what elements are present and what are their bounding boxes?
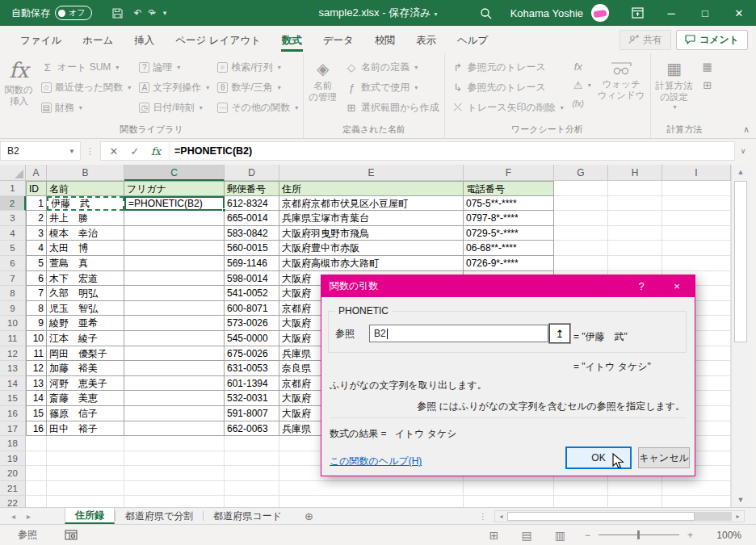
scroll-right-icon[interactable]: ▸ <box>732 511 744 522</box>
horizontal-scrollbar-thumb[interactable] <box>507 512 695 521</box>
share-button[interactable]: 共有 <box>620 30 671 50</box>
cell-D1[interactable]: 郵便番号 <box>225 181 279 196</box>
cell-C13[interactable] <box>124 361 225 376</box>
user-name[interactable]: Kohama Yoshie <box>510 7 583 19</box>
row-header-9[interactable]: 9 <box>0 301 26 317</box>
cell-A2[interactable]: 1 <box>26 196 47 212</box>
chevron-down-icon[interactable]: ▼ <box>69 148 80 155</box>
cell-A1[interactable]: ID <box>26 181 47 196</box>
cell-B21[interactable] <box>47 481 124 497</box>
cell-A22[interactable] <box>26 496 47 507</box>
undo-button[interactable]: ↶▾ <box>133 7 138 19</box>
cell-D7[interactable]: 598-0014 <box>225 271 279 287</box>
cell-F6[interactable]: 0726-9*-**** <box>464 256 554 271</box>
cell-C21[interactable] <box>124 481 225 497</box>
column-header-C[interactable]: C <box>124 165 225 181</box>
column-header-D[interactable]: D <box>225 165 279 181</box>
avatar[interactable] <box>591 4 609 22</box>
cell-G3[interactable] <box>554 211 608 226</box>
row-header-16[interactable]: 16 <box>0 406 26 421</box>
cell-B1[interactable]: 名前 <box>47 181 124 196</box>
cell-G22[interactable] <box>554 496 608 507</box>
cell-D13[interactable]: 631-0053 <box>225 361 279 376</box>
cell-C11[interactable] <box>124 331 225 346</box>
trace-precedents-button[interactable]: ↱参照元のトレース <box>452 57 564 77</box>
row-header-5[interactable]: 5 <box>0 241 26 256</box>
cell-B14[interactable]: 河野 恵美子 <box>47 376 124 392</box>
cell-B4[interactable]: 榎本 幸治 <box>47 226 124 241</box>
cell-C2[interactable]: =PHONETIC(B2) <box>124 196 225 212</box>
autosave-toggle[interactable]: 自動保存 オフ <box>11 6 92 20</box>
dialog-close-button[interactable]: × <box>659 280 695 292</box>
horizontal-scrollbar-track[interactable] <box>695 512 732 521</box>
row-header-17[interactable]: 17 <box>0 421 26 437</box>
autosum-button[interactable]: Σオート SUM▾ <box>41 57 132 77</box>
ribbon-tab-表示[interactable]: 表示 <box>405 27 447 53</box>
row-header-15[interactable]: 15 <box>0 391 26 406</box>
function-help-link[interactable]: この関数のヘルプ(H) <box>330 455 422 468</box>
new-sheet-icon[interactable]: ⊕ <box>292 508 326 524</box>
recent-functions-button[interactable]: ☆最近使った関数▾ <box>41 78 132 97</box>
cell-G2[interactable] <box>554 196 608 212</box>
cell-B9[interactable]: 児玉 智弘 <box>47 301 124 317</box>
scroll-up-icon[interactable]: ▲ <box>732 165 750 179</box>
cell-C15[interactable] <box>124 391 225 406</box>
cell-A9[interactable]: 8 <box>26 301 47 317</box>
cell-C17[interactable] <box>124 421 225 437</box>
create-from-selection-button[interactable]: ⊞選択範囲から作成 <box>345 98 439 117</box>
cell-B2[interactable]: 伊藤 武 <box>47 196 124 212</box>
lookup-reference-button[interactable]: ⌕検索/行列▾ <box>217 57 298 77</box>
row-header-8[interactable]: 8 <box>0 286 26 301</box>
cell-E4[interactable]: 大阪府羽曳野市飛鳥 <box>279 226 464 241</box>
cell-B20[interactable] <box>47 466 124 481</box>
date-time-button[interactable]: ◷日付/時刻▾ <box>139 98 209 117</box>
cell-A21[interactable] <box>26 481 47 497</box>
cell-C5[interactable] <box>124 241 225 256</box>
cell-I2[interactable] <box>662 196 731 212</box>
cell-D9[interactable]: 600-8071 <box>225 301 279 317</box>
cell-G4[interactable] <box>554 226 608 241</box>
row-header-12[interactable]: 12 <box>0 346 26 362</box>
cell-D17[interactable]: 662-0063 <box>225 421 279 437</box>
cell-B12[interactable]: 岡田 優梨子 <box>47 346 124 362</box>
cell-C3[interactable] <box>124 211 225 226</box>
ribbon-tab-ヘルプ[interactable]: ヘルプ <box>447 27 498 53</box>
cell-D22[interactable] <box>225 496 279 507</box>
error-checking-button[interactable]: ⚠▾ <box>572 76 591 94</box>
cell-D6[interactable]: 569-1146 <box>225 256 279 271</box>
cell-A15[interactable]: 14 <box>26 391 47 406</box>
cell-A10[interactable]: 9 <box>26 316 47 331</box>
row-header-11[interactable]: 11 <box>0 331 26 346</box>
evaluate-formula-button[interactable]: (fx) <box>572 94 591 112</box>
cell-A11[interactable]: 10 <box>26 331 47 346</box>
logical-button[interactable]: ?論理▾ <box>139 57 209 77</box>
cell-H1[interactable] <box>608 181 662 196</box>
cell-A13[interactable]: 12 <box>26 361 47 376</box>
cell-C9[interactable] <box>124 301 225 317</box>
calculation-options-button[interactable]: ▦ 計算方法の設定 ▾ <box>653 55 696 111</box>
column-header-B[interactable]: B <box>47 165 124 181</box>
cell-I4[interactable] <box>662 226 731 241</box>
insert-function-fx-icon[interactable]: fx <box>146 145 166 157</box>
row-header-19[interactable]: 19 <box>0 451 26 467</box>
cell-D8[interactable]: 541-0052 <box>225 286 279 301</box>
page-break-view-icon[interactable]: ▥ <box>555 529 565 542</box>
zoom-percentage[interactable]: 100% <box>712 530 741 541</box>
collapse-dialog-icon[interactable]: ↥ <box>549 324 570 343</box>
cell-A17[interactable]: 16 <box>26 421 47 437</box>
sheet-nav-right-icon[interactable]: ▸ <box>27 512 31 521</box>
row-header-18[interactable]: 18 <box>0 436 26 451</box>
scroll-left-icon[interactable]: ◂ <box>495 511 507 522</box>
sheet-tab-都道府県コード[interactable]: 都道府県コード <box>204 508 292 524</box>
cell-I3[interactable] <box>662 211 731 226</box>
cell-C8[interactable] <box>124 286 225 301</box>
cell-F1[interactable]: 電話番号 <box>464 181 554 196</box>
cell-B15[interactable]: 斎藤 美恵 <box>47 391 124 406</box>
cell-G1[interactable] <box>554 181 608 196</box>
cell-D18[interactable] <box>225 436 279 451</box>
ribbon-tab-データ[interactable]: データ <box>313 27 364 53</box>
cell-F22[interactable] <box>464 496 554 507</box>
cell-A18[interactable] <box>26 436 47 451</box>
cell-A20[interactable] <box>26 466 47 481</box>
dialog-help-button[interactable]: ? <box>624 280 659 292</box>
